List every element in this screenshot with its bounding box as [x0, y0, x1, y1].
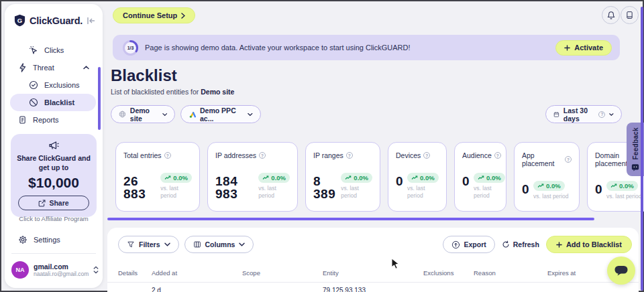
trend-up-icon — [345, 175, 352, 180]
block-icon — [29, 98, 38, 107]
refresh-button[interactable]: Refresh — [502, 240, 539, 248]
site-selector-dropdown[interactable]: Demo site — [111, 105, 175, 123]
stats-horizontal-scrollbar[interactable] — [107, 218, 594, 220]
globe-icon — [119, 110, 126, 119]
column-header-scope[interactable]: Scope — [242, 269, 323, 277]
column-header-reason[interactable]: Reason — [474, 269, 547, 277]
stat-card-audience: Audience? 0 0.0% vs. last period — [454, 142, 506, 212]
table-actions: Export Refresh Add to Blacklist — [443, 236, 633, 253]
column-header-added-at[interactable]: Added at — [152, 269, 242, 277]
date-range-value: Last 30 days — [564, 106, 595, 123]
book-icon — [625, 11, 634, 19]
trend-up-icon — [164, 175, 171, 180]
share-button[interactable]: Share — [18, 196, 89, 210]
columns-button[interactable]: Columns — [184, 236, 254, 253]
help-icon: ? — [346, 152, 353, 159]
stat-label: Audience — [462, 151, 492, 159]
columns-icon — [193, 240, 201, 248]
sidebar-item-label: Clicks — [44, 46, 64, 54]
gear-icon — [18, 235, 28, 244]
date-range-dropdown[interactable]: Last 30 days ? — [545, 105, 622, 123]
sidebar-item-label: Blacklist — [44, 98, 74, 106]
external-link-icon — [38, 200, 46, 207]
collapse-sidebar-icon[interactable] — [87, 17, 96, 25]
page-subtitle-target: Demo site — [201, 88, 234, 96]
feedback-chat-icon — [631, 163, 639, 171]
sidebar-nav: Clicks Threat Exclusions Blacklist Repor… — [10, 42, 96, 129]
chevron-down-icon — [609, 113, 614, 117]
notifications-button[interactable] — [602, 6, 620, 24]
export-button[interactable]: Export — [443, 236, 495, 253]
activate-button[interactable]: Activate — [555, 40, 612, 56]
sidebar-item-clicks[interactable]: Clicks — [10, 42, 96, 59]
threat-bolt-icon — [18, 63, 27, 72]
table-toolbar: Filters Columns Export Refresh — [118, 236, 632, 253]
sidebar-item-reports[interactable]: Reports — [10, 111, 96, 129]
page-subtitle-text: List of blacklisted entities for — [111, 88, 199, 96]
stat-card-ip-addresses: IP addresses? 184 983 0.0% vs. last peri… — [207, 142, 298, 212]
help-icon: ? — [423, 152, 430, 159]
sidebar-divider — [11, 253, 96, 254]
stat-label: App placement — [522, 151, 562, 167]
sidebar-scrollbar[interactable] — [98, 67, 101, 130]
column-header-expires-at[interactable]: Expires at — [547, 269, 614, 277]
setup-progress-step: 1/3 — [122, 40, 139, 56]
chevron-right-icon — [181, 13, 185, 19]
share-button-label: Share — [49, 199, 68, 207]
trend-badge: 0.0% — [606, 181, 638, 191]
chevron-down-icon — [162, 113, 167, 117]
column-header-entity[interactable]: Entity — [323, 269, 423, 277]
refresh-icon — [502, 240, 510, 248]
affiliate-promo-card[interactable]: Share ClickGuard and get up to $10,000 S… — [11, 134, 97, 217]
sidebar-item-exclusions[interactable]: Exclusions — [10, 76, 96, 94]
blacklist-table-card: Filters Columns Export Refresh — [107, 228, 639, 292]
stat-period: vs. last period — [258, 185, 282, 199]
chevron-down-icon — [239, 242, 245, 246]
trend-badge: 0.0% — [474, 173, 505, 183]
stat-card-devices: Devices? 0 0.0% vs. last period — [388, 142, 447, 212]
filters-button[interactable]: Filters — [118, 236, 179, 253]
stat-value: 0 — [462, 175, 470, 188]
add-to-blacklist-button[interactable]: Add to Blacklist — [546, 236, 632, 253]
trend-badge: 0.0% — [160, 173, 192, 183]
trend-badge: 0.0% — [258, 173, 290, 183]
calendar-icon — [553, 111, 559, 119]
check-circle-icon — [29, 80, 38, 90]
stat-value: 26 883 — [123, 175, 156, 200]
stat-value: 0 — [396, 175, 403, 188]
sidebar-item-blacklist[interactable]: Blacklist — [10, 94, 96, 111]
export-label: Export — [464, 240, 486, 248]
stat-period: vs. last period — [533, 193, 568, 200]
demo-data-banner: 1/3 Page is showing demo data. Activate … — [113, 35, 620, 60]
report-document-icon — [18, 115, 27, 125]
help-icon: ? — [494, 152, 501, 159]
stat-value: 0 — [522, 183, 529, 196]
ppc-account-value: Demo PPC ac... — [200, 106, 244, 123]
stat-period: vs. last period — [341, 185, 365, 199]
plus-icon — [564, 45, 570, 51]
chevron-up-icon[interactable] — [83, 66, 89, 70]
megaphone-icon — [48, 141, 60, 151]
promo-amount: $10,000 — [11, 175, 97, 191]
stat-label: Total entries — [123, 151, 162, 159]
promo-footer-link[interactable]: Click to Affiliate Program — [11, 215, 97, 222]
column-header-details[interactable]: Details — [118, 269, 152, 277]
trend-up-icon — [478, 175, 484, 180]
export-icon — [451, 240, 460, 249]
user-name: gmail.com — [34, 263, 89, 271]
sidebar-item-settings[interactable]: Settings — [10, 231, 96, 248]
column-header-exclusions[interactable]: Exclusions — [423, 269, 474, 277]
sidebar-item-label: Reports — [33, 116, 59, 124]
docs-button[interactable] — [621, 6, 639, 24]
promo-text-line1: Share ClickGuard and — [11, 153, 97, 163]
trend-badge: 0.0% — [533, 181, 565, 191]
ppc-account-dropdown[interactable]: Demo PPC ac... — [180, 105, 261, 123]
chat-launcher-button[interactable] — [607, 257, 635, 285]
trend-up-icon — [262, 175, 269, 180]
table-row[interactable]: 2 d 79.125.93.133 — [118, 287, 423, 292]
continue-setup-button[interactable]: Continue Setup — [113, 7, 195, 23]
sidebar-item-threat[interactable]: Threat — [10, 59, 96, 76]
user-account-switcher[interactable]: NA gmail.com naatali.ro@gmail.com — [11, 261, 97, 279]
feedback-label: Feedback — [632, 127, 639, 160]
page-vertical-scrollbar[interactable] — [641, 7, 643, 291]
